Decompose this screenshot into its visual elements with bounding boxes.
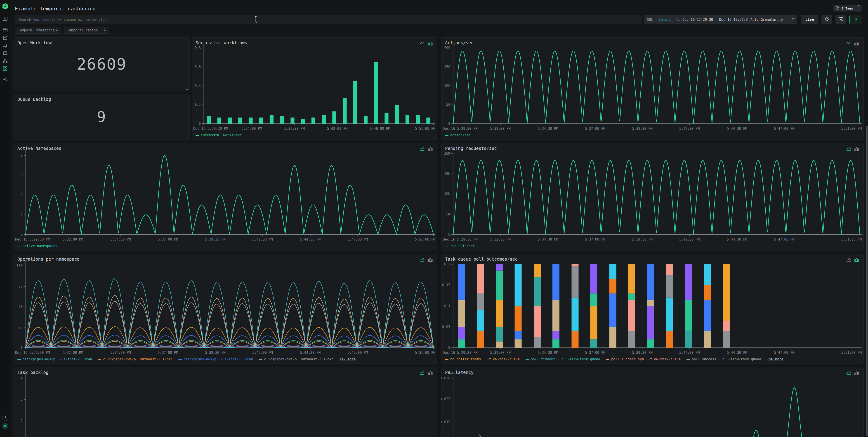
panel-successful-workflows: Successful workflows 00.20.40.60.8Dec 16… [192, 37, 437, 140]
sidebar-item-settings-icon[interactable] [2, 76, 8, 82]
line-chart-toggle-icon[interactable] [420, 371, 425, 376]
sidebar-item-dashboards-icon[interactable] [2, 66, 8, 71]
bar-chart-toggle-icon[interactable] [428, 147, 433, 152]
panel-active-namespaces: Active Namespaces 02468Dec 16 5:29:30 PM… [13, 143, 437, 250]
panel-open-workflows: Open Workflows 26609 [13, 37, 190, 91]
active-namespaces-chart[interactable]: 02468Dec 16 5:29:30 PM5:32:00 PM5:34:30 … [14, 143, 437, 250]
operations-per-namespace-chart[interactable]: 0255075100Dec 16 5:29:30 PM5:32:00 PM5:3… [14, 254, 437, 364]
legend-item[interactable]: poll_timeout · c..-flow-task-queue [526, 357, 600, 361]
line-chart-toggle-icon[interactable] [420, 147, 425, 152]
legend-item[interactable]: clickpipes-aws-p..outheast-2.12c4n [98, 357, 173, 361]
live-button[interactable]: Live [801, 15, 818, 24]
resize-handle[interactable] [860, 136, 862, 138]
filter-edit-button[interactable] [835, 15, 846, 24]
filter-chip-temporal-region[interactable]: Temporal region [64, 27, 109, 34]
sidebar-item-analytics-icon[interactable] [2, 35, 8, 41]
bar-chart-toggle-icon[interactable] [854, 371, 860, 376]
line-chart-toggle-icon[interactable] [846, 147, 851, 152]
legend-item[interactable]: clickpipes-aws-p..outheast-2.12c4n [259, 357, 333, 361]
svg-text:5:47:00 PM: 5:47:00 PM [774, 127, 794, 131]
successful-workflows-chart[interactable]: 00.20.40.60.8Dec 16 5:29:30 PM5:34:00 PM… [192, 37, 437, 139]
sidebar-item-hosts-icon[interactable] [2, 50, 8, 56]
svg-text:0.8: 0.8 [195, 46, 201, 50]
line-chart-toggle-icon[interactable] [420, 257, 425, 262]
svg-text:100: 100 [17, 264, 23, 268]
tags-button[interactable]: 0 Tags [833, 5, 856, 11]
svg-text:0: 0 [21, 346, 23, 350]
legend-item[interactable]: poll_success · c..-flow-task-queue [686, 357, 761, 361]
legend-item[interactable]: action/sec [445, 133, 471, 137]
svg-text:5:44:30 PM: 5:44:30 PM [727, 351, 747, 355]
legend-item[interactable]: successful workflows [195, 133, 242, 137]
scrollbar[interactable] [866, 126, 868, 436]
resize-handle[interactable] [860, 360, 862, 363]
svg-text:5:51:00 PM: 5:51:00 PM [841, 127, 862, 131]
bar-chart-toggle-icon[interactable] [854, 41, 860, 46]
resize-handle[interactable] [186, 88, 188, 90]
task-backlog-chart[interactable]: 4321 [14, 367, 437, 437]
legend-item[interactable]: active namespaces [18, 244, 57, 248]
svg-text:5:42:00 PM: 5:42:00 PM [252, 351, 273, 355]
app-logo-icon[interactable] [2, 3, 8, 10]
line-chart-toggle-icon[interactable] [846, 257, 851, 262]
tag-icon [836, 6, 839, 11]
query-language-toggle[interactable]: SQL | Lucene [644, 15, 675, 24]
legend-dash [445, 359, 448, 360]
panel-title: Pending requests/sec [445, 146, 497, 151]
page-title: Example Temporal dashboard [15, 6, 96, 11]
svg-text:50: 50 [446, 103, 450, 107]
sidebar-panel-toggle-icon[interactable] [2, 16, 8, 22]
filter-chip-temporal-namespace[interactable]: Temporal namespace [15, 27, 61, 34]
bar-chart-toggle-icon[interactable] [854, 257, 860, 262]
bar-chart-toggle-icon[interactable] [428, 257, 433, 262]
svg-text:5:51:00 PM: 5:51:00 PM [415, 127, 435, 131]
legend-item[interactable]: poll_success_syn..-flow-task-queue [606, 357, 681, 361]
resize-handle[interactable] [434, 360, 436, 363]
svg-text:5:37:00 PM: 5:37:00 PM [585, 351, 605, 355]
panel-title: Successful workflows [195, 40, 247, 45]
svg-text:5:34:30 PM: 5:34:30 PM [538, 238, 558, 242]
bar-chart-toggle-icon[interactable] [428, 41, 433, 46]
resize-handle[interactable] [860, 247, 862, 249]
svg-text:5:39:30 PM: 5:39:30 PM [632, 127, 652, 131]
help-button[interactable]: ? [2, 415, 8, 421]
resize-handle[interactable] [186, 136, 188, 138]
legend-item[interactable]: clickpipes-aws-p..-us-east-2.12c4n [18, 357, 92, 361]
p95-latency-chart[interactable]: 0.0380.0290.019 [441, 367, 864, 437]
more-menu-button[interactable] [855, 5, 862, 11]
text-cursor-icon [254, 16, 257, 24]
legend-item[interactable]: clickpipes-aws-p..-us-east-1.12c4n [178, 357, 253, 361]
svg-text:5:47:00 PM: 5:47:00 PM [347, 238, 368, 242]
actions-sec-chart[interactable]: 050100150200Dec 16 5:29:30 PM5:32:00 PM5… [441, 37, 864, 139]
svg-text:5:42:00 PM: 5:42:00 PM [252, 238, 273, 242]
svg-text:5:37:00 PM: 5:37:00 PM [158, 351, 178, 355]
legend-more-link[interactable]: +12 more [339, 357, 355, 361]
sidebar-item-traces-icon[interactable] [2, 58, 8, 64]
legend-more-link[interactable]: +56 more [767, 357, 783, 361]
legend-item[interactable]: no_poller_tasks ..-flow-task-queue [445, 357, 520, 361]
legend-dash [526, 359, 529, 360]
sidebar-item-tables-icon[interactable] [2, 27, 8, 33]
line-chart-toggle-icon[interactable] [846, 371, 851, 376]
refresh-button[interactable] [822, 15, 832, 24]
resize-handle[interactable] [434, 136, 436, 138]
pending-requests-chart[interactable]: 05K10K15K20KDec 16 5:29:30 PM5:32:00 PM5… [441, 143, 864, 250]
svg-text:5:42:00 PM: 5:42:00 PM [679, 351, 700, 355]
legend-item[interactable]: requests/sec [445, 244, 475, 248]
svg-text:5:32:00 PM: 5:32:00 PM [490, 351, 510, 355]
panel-title: Active Namespaces [18, 146, 61, 151]
search-input[interactable] [15, 15, 642, 24]
line-chart-toggle-icon[interactable] [420, 41, 425, 46]
sidebar-item-alerts-icon[interactable] [2, 42, 8, 49]
user-avatar[interactable]: D [2, 423, 8, 429]
task-queue-poll-outcomes-chart[interactable]: 00.050.10.150.2Dec 16 5:29:30 PM5:32:00 … [441, 254, 864, 364]
granularity-select[interactable]: Auto Granularity [748, 15, 797, 24]
bar-chart-toggle-icon[interactable] [428, 371, 433, 376]
bar-chart-toggle-icon[interactable] [854, 147, 860, 152]
time-range-picker[interactable]: Dec 16 17:29:30 - Dec 16 17:51:30 [673, 15, 753, 24]
svg-text:0.2: 0.2 [195, 103, 201, 107]
resize-handle[interactable] [434, 247, 436, 249]
svg-text:Dec 16 5:29:30 PM: Dec 16 5:29:30 PM [15, 238, 50, 242]
run-query-button[interactable] [849, 15, 862, 24]
line-chart-toggle-icon[interactable] [846, 41, 851, 46]
